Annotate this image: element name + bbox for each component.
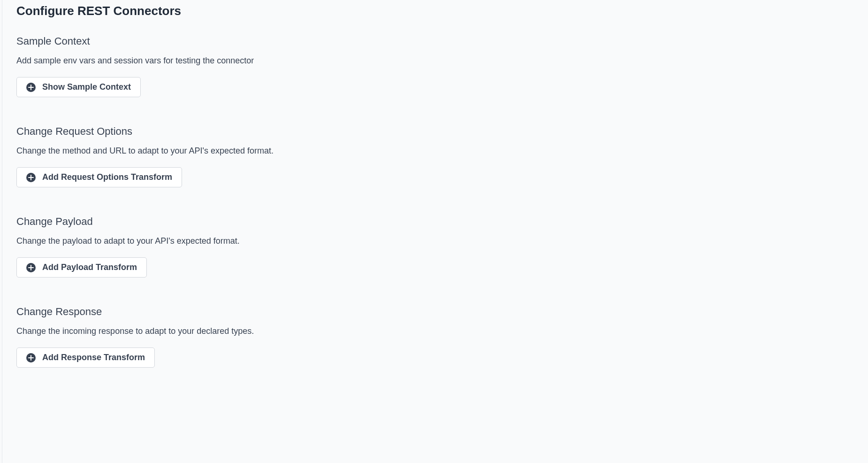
sample-context-title: Sample Context — [16, 35, 854, 47]
plus-circle-icon — [26, 173, 36, 182]
request-options-title: Change Request Options — [16, 125, 854, 138]
add-request-options-transform-button[interactable]: Add Request Options Transform — [16, 167, 182, 187]
sample-context-section: Sample Context Add sample env vars and s… — [16, 35, 854, 97]
plus-circle-icon — [26, 83, 36, 92]
add-payload-transform-button[interactable]: Add Payload Transform — [16, 257, 147, 278]
plus-circle-icon — [26, 353, 36, 363]
response-title: Change Response — [16, 306, 854, 318]
response-description: Change the incoming response to adapt to… — [16, 326, 854, 336]
plus-circle-icon — [26, 263, 36, 272]
add-response-transform-button[interactable]: Add Response Transform — [16, 347, 155, 368]
request-options-description: Change the method and URL to adapt to yo… — [16, 146, 854, 156]
page-container: Configure REST Connectors Sample Context… — [2, 0, 868, 463]
add-response-transform-label: Add Response Transform — [42, 353, 145, 363]
page-title: Configure REST Connectors — [16, 4, 854, 18]
payload-description: Change the payload to adapt to your API'… — [16, 236, 854, 246]
request-options-section: Change Request Options Change the method… — [16, 125, 854, 187]
show-sample-context-button[interactable]: Show Sample Context — [16, 77, 141, 97]
payload-section: Change Payload Change the payload to ada… — [16, 216, 854, 278]
add-request-options-transform-label: Add Request Options Transform — [42, 172, 172, 182]
response-section: Change Response Change the incoming resp… — [16, 306, 854, 368]
payload-title: Change Payload — [16, 216, 854, 228]
show-sample-context-label: Show Sample Context — [42, 82, 131, 92]
sample-context-description: Add sample env vars and session vars for… — [16, 56, 854, 66]
add-payload-transform-label: Add Payload Transform — [42, 262, 137, 272]
